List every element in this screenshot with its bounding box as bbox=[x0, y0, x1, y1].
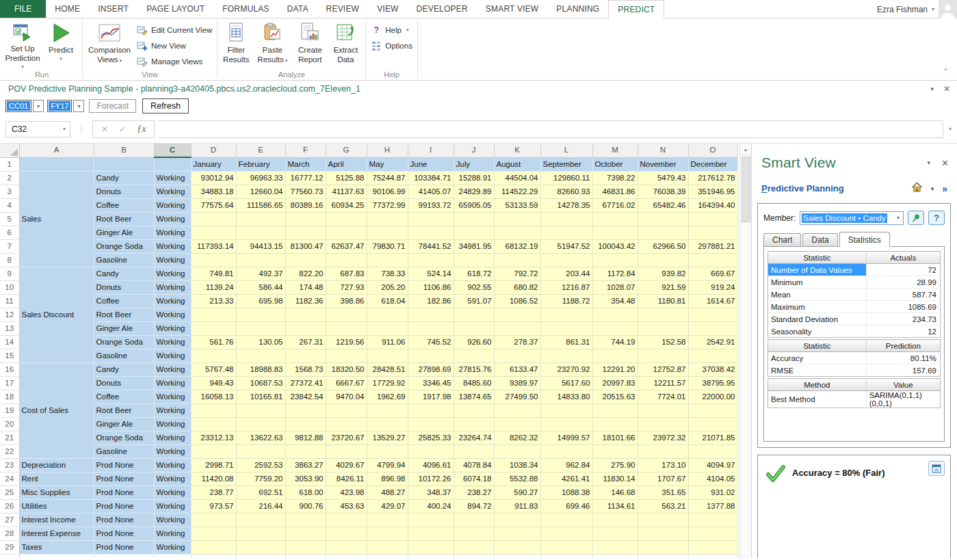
cell-value[interactable] bbox=[688, 540, 737, 554]
cell-value[interactable]: 4096.61 bbox=[408, 458, 454, 472]
cell-value[interactable] bbox=[592, 253, 638, 267]
cell-value[interactable] bbox=[540, 212, 592, 226]
cell-value[interactable]: 911.83 bbox=[494, 499, 540, 513]
cell-value[interactable] bbox=[191, 526, 236, 540]
cell-value[interactable] bbox=[191, 554, 236, 558]
cell-status[interactable]: Working bbox=[154, 526, 191, 540]
panel-tab-data[interactable]: Data bbox=[802, 233, 837, 247]
cell-value[interactable] bbox=[191, 349, 236, 362]
column-header-C[interactable]: C bbox=[154, 144, 191, 157]
cell-month-header[interactable]: June bbox=[408, 157, 454, 171]
cell-value[interactable]: 1568.73 bbox=[285, 362, 326, 376]
cell-value[interactable] bbox=[236, 321, 285, 335]
cell-month-header[interactable]: July bbox=[454, 157, 494, 171]
cell-value[interactable]: 10165.81 bbox=[236, 390, 285, 403]
cell-value[interactable]: 90106.99 bbox=[367, 185, 408, 198]
cell-value[interactable]: 590.27 bbox=[494, 485, 540, 499]
cell-value[interactable] bbox=[454, 212, 494, 226]
cell-value[interactable] bbox=[191, 540, 236, 554]
cell-value[interactable] bbox=[154, 554, 191, 558]
cell-value[interactable]: 164394.40 bbox=[688, 198, 737, 212]
cell-value[interactable] bbox=[540, 513, 592, 526]
cell-value[interactable]: 16777.12 bbox=[285, 171, 326, 185]
cell-value[interactable]: 492.37 bbox=[236, 267, 285, 280]
cell-value[interactable]: 34981.95 bbox=[454, 239, 494, 253]
cell-value[interactable] bbox=[592, 308, 638, 321]
cell-status[interactable]: Working bbox=[154, 226, 191, 239]
cell-value[interactable] bbox=[191, 212, 236, 226]
cell-status[interactable]: Working bbox=[154, 294, 191, 308]
cell-value[interactable]: 861.31 bbox=[540, 335, 592, 349]
cell-value[interactable]: 1088.38 bbox=[540, 485, 592, 499]
cell-value[interactable] bbox=[638, 321, 688, 335]
cell-value[interactable] bbox=[592, 403, 638, 417]
cell-value[interactable] bbox=[326, 444, 367, 458]
formula-input[interactable] bbox=[159, 120, 943, 138]
column-header-G[interactable]: G bbox=[326, 144, 367, 157]
stat-label[interactable]: Maximum bbox=[768, 301, 867, 313]
cell-value[interactable]: 80389.16 bbox=[285, 198, 326, 212]
cell-value[interactable] bbox=[367, 349, 408, 362]
cell-value[interactable]: 4078.84 bbox=[454, 458, 494, 472]
cell-value[interactable]: 351946.95 bbox=[688, 185, 737, 198]
cell-value[interactable]: 216.44 bbox=[236, 499, 285, 513]
cell-value[interactable]: 939.82 bbox=[638, 267, 688, 280]
cell-value[interactable]: 77560.73 bbox=[285, 185, 326, 198]
cell-month-header[interactable]: December bbox=[688, 157, 737, 171]
row-header-14[interactable]: 14 bbox=[0, 335, 19, 349]
cell-value[interactable]: 4094.97 bbox=[688, 458, 737, 472]
cell-value[interactable]: 65482.46 bbox=[638, 198, 688, 212]
cell-value[interactable]: 894.72 bbox=[454, 499, 494, 513]
cell-value[interactable] bbox=[326, 513, 367, 526]
pov-close-icon[interactable]: ✕ bbox=[943, 84, 950, 94]
paste-results-button[interactable]: Paste Results▾ bbox=[252, 19, 292, 70]
cell-value[interactable] bbox=[367, 253, 408, 267]
cell-value[interactable] bbox=[367, 513, 408, 526]
cell-value[interactable] bbox=[688, 554, 737, 558]
cell-value[interactable]: 44504.04 bbox=[494, 171, 540, 185]
set-up-prediction-button[interactable]: Set Up Prediction ▾ bbox=[3, 19, 42, 70]
cell-value[interactable] bbox=[191, 444, 236, 458]
cell-value[interactable]: 902.55 bbox=[454, 280, 494, 294]
row-header-29[interactable]: 29 bbox=[0, 540, 19, 554]
predictive-planning-link[interactable]: Predictive Planning bbox=[761, 183, 844, 194]
cell-value[interactable]: 1707.67 bbox=[638, 472, 688, 485]
cell-value[interactable]: 591.07 bbox=[454, 294, 494, 308]
cell-value[interactable]: 37038.42 bbox=[688, 362, 737, 376]
cell-value[interactable]: 900.76 bbox=[285, 499, 326, 513]
cell-value[interactable]: 931.02 bbox=[688, 485, 737, 499]
cell-value[interactable]: 13622.63 bbox=[236, 431, 285, 444]
cell-value[interactable]: 962.84 bbox=[540, 458, 592, 472]
pov-dropdown-icon[interactable]: ▾ bbox=[930, 85, 934, 92]
cell-value[interactable]: 12211.57 bbox=[638, 376, 688, 390]
cell-product[interactable]: Prod None bbox=[94, 499, 154, 513]
cell-value[interactable]: 3053.90 bbox=[285, 472, 326, 485]
cell-value[interactable]: 14278.35 bbox=[540, 198, 592, 212]
cell-value[interactable]: 586.44 bbox=[236, 280, 285, 294]
stat-label[interactable]: Seasonality bbox=[768, 325, 867, 338]
cell-value[interactable]: 146.68 bbox=[592, 485, 638, 499]
cell-month-header[interactable]: April bbox=[326, 157, 367, 171]
cell-value[interactable]: 152.58 bbox=[638, 335, 688, 349]
cell-value[interactable] bbox=[285, 513, 326, 526]
cell-value[interactable] bbox=[191, 321, 236, 335]
cell-value[interactable]: 275.90 bbox=[592, 458, 638, 472]
cell-value[interactable] bbox=[326, 253, 367, 267]
cell-value[interactable] bbox=[592, 554, 638, 558]
scrollbar-thumb[interactable] bbox=[742, 157, 750, 222]
cell-value[interactable] bbox=[408, 226, 454, 239]
cell-value[interactable]: 3863.27 bbox=[285, 458, 326, 472]
row-header-12[interactable]: 12 bbox=[0, 308, 19, 321]
cell-month-header[interactable]: May bbox=[367, 157, 408, 171]
manage-views-button[interactable]: Manage Views bbox=[134, 53, 215, 69]
row-header-17[interactable]: 17 bbox=[0, 376, 19, 390]
cell-value[interactable]: 6074.18 bbox=[454, 472, 494, 485]
cell-value[interactable]: 99193.72 bbox=[408, 198, 454, 212]
select-all-corner[interactable] bbox=[0, 144, 19, 157]
cell-value[interactable] bbox=[540, 554, 592, 558]
cell-product[interactable]: Prod None bbox=[94, 526, 154, 540]
cell-value[interactable] bbox=[540, 253, 592, 267]
cell-product[interactable]: Gasoline bbox=[94, 253, 154, 267]
cell-value[interactable] bbox=[191, 253, 236, 267]
row-header-28[interactable]: 28 bbox=[0, 526, 19, 540]
